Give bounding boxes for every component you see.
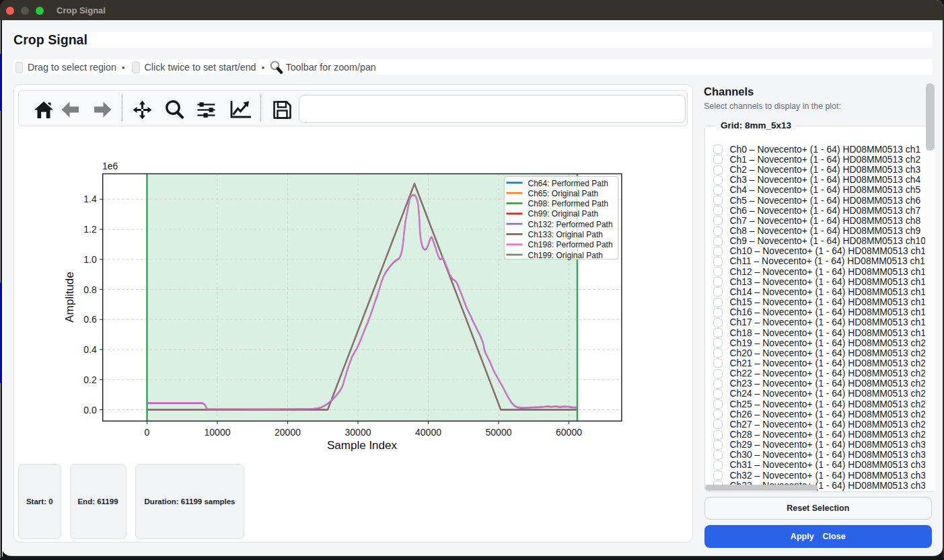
svg-text:20000: 20000 [275, 427, 301, 438]
svg-text:50000: 50000 [486, 427, 512, 438]
svg-text:1.0: 1.0 [83, 254, 97, 265]
svg-text:Ch64: Performed Path: Ch64: Performed Path [528, 179, 608, 188]
svg-text:30000: 30000 [345, 427, 371, 438]
svg-text:Sample Index: Sample Index [327, 439, 397, 452]
svg-text:Ch133: Original Path: Ch133: Original Path [528, 230, 603, 239]
svg-text:Ch98: Performed Path: Ch98: Performed Path [528, 199, 608, 208]
svg-text:10000: 10000 [205, 427, 231, 438]
svg-text:Ch199: Original Path: Ch199: Original Path [528, 251, 603, 260]
svg-text:40000: 40000 [415, 427, 441, 438]
svg-text:1e6: 1e6 [102, 161, 118, 171]
svg-text:Ch198: Performed Path: Ch198: Performed Path [528, 240, 613, 249]
svg-text:Ch132: Performed Path: Ch132: Performed Path [528, 220, 613, 229]
svg-text:0: 0 [145, 427, 150, 438]
svg-text:60000: 60000 [556, 427, 582, 438]
svg-text:0.0: 0.0 [83, 405, 97, 415]
svg-text:1.2: 1.2 [83, 224, 97, 235]
svg-text:0.4: 0.4 [83, 344, 97, 355]
svg-text:0.2: 0.2 [83, 374, 97, 385]
svg-text:0.8: 0.8 [83, 284, 97, 295]
svg-text:Ch65: Original Path: Ch65: Original Path [528, 189, 599, 198]
svg-text:1.4: 1.4 [83, 194, 97, 204]
svg-text:0.6: 0.6 [83, 314, 97, 325]
svg-text:Amplitude: Amplitude [63, 272, 76, 323]
svg-text:Ch99: Original Path: Ch99: Original Path [528, 209, 599, 218]
